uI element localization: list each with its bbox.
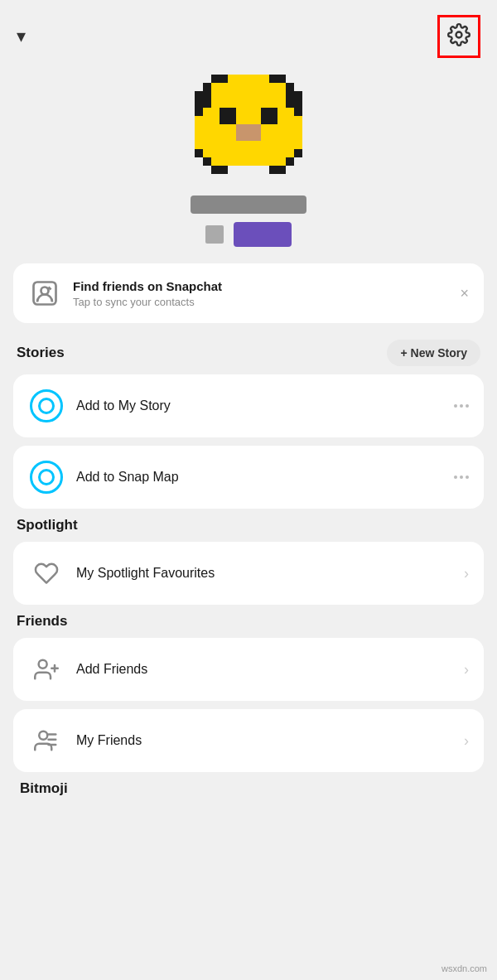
find-friends-text: Find friends on Snapchat Tap to sync you…	[73, 279, 448, 308]
svg-point-37	[39, 731, 47, 740]
svg-rect-30	[286, 91, 302, 108]
chevron-down-icon[interactable]: ▾	[17, 26, 26, 47]
svg-rect-9	[195, 141, 302, 149]
add-friends-card[interactable]: Add Friends ›	[13, 638, 484, 701]
svg-rect-20	[220, 108, 236, 124]
snap-map-more-button[interactable]	[454, 476, 469, 479]
svg-rect-6	[195, 116, 302, 124]
add-friends-chevron-icon: ›	[464, 661, 469, 678]
add-to-my-story-card[interactable]: Add to My Story	[13, 374, 484, 437]
svg-rect-10	[203, 149, 294, 157]
bitmoji-header: Bitmoji	[13, 780, 484, 800]
spotlight-section: Spotlight My Spotlight Favourites ›	[0, 517, 497, 605]
svg-rect-2	[203, 83, 294, 91]
stories-section: Stories + New Story Add to My Story Add …	[0, 340, 497, 509]
svg-rect-28	[269, 166, 286, 174]
profile-meta	[205, 222, 292, 247]
find-friends-title: Find friends on Snapchat	[73, 279, 448, 293]
svg-rect-23	[195, 149, 203, 157]
my-friends-chevron-icon: ›	[464, 732, 469, 750]
new-story-button[interactable]: + New Story	[387, 340, 480, 366]
spotlight-favourites-card[interactable]: My Spotlight Favourites ›	[13, 542, 484, 605]
my-friends-card[interactable]: My Friends ›	[13, 709, 484, 772]
svg-point-32	[41, 287, 49, 295]
svg-rect-24	[294, 149, 302, 157]
friends-title: Friends	[17, 613, 67, 630]
stories-header: Stories + New Story	[13, 340, 484, 366]
snap-map-icon	[28, 459, 65, 495]
friends-list-icon	[28, 722, 65, 759]
my-friends-label: My Friends	[76, 733, 452, 748]
svg-rect-5	[195, 108, 302, 116]
spotlight-chevron-icon: ›	[464, 565, 469, 582]
svg-rect-26	[286, 157, 294, 166]
add-friends-label: Add Friends	[76, 662, 452, 677]
my-story-label: Add to My Story	[76, 398, 442, 413]
find-friends-close-button[interactable]: ×	[460, 285, 469, 302]
heart-icon	[28, 555, 65, 591]
svg-rect-12	[211, 75, 228, 83]
svg-rect-18	[195, 108, 203, 116]
stories-title: Stories	[17, 345, 65, 361]
bitmoji-section: Bitmoji	[0, 780, 497, 800]
svg-rect-15	[286, 83, 294, 91]
svg-rect-11	[211, 157, 286, 166]
svg-rect-25	[203, 157, 211, 166]
svg-rect-13	[269, 75, 286, 83]
username-display	[191, 196, 306, 214]
my-story-icon	[28, 388, 65, 424]
my-story-more-button[interactable]	[454, 404, 469, 408]
find-friends-subtitle: Tap to sync your contacts	[73, 296, 448, 308]
svg-rect-22	[236, 124, 261, 141]
friends-header: Friends	[13, 613, 484, 630]
top-bar: ▾	[0, 0, 497, 66]
profile-section	[0, 66, 497, 263]
svg-rect-29	[195, 91, 211, 108]
add-friend-icon	[28, 651, 65, 688]
watermark: wsxdn.com	[442, 963, 487, 973]
svg-point-0	[456, 32, 462, 38]
svg-point-34	[39, 660, 47, 669]
spotlight-title: Spotlight	[17, 517, 78, 533]
svg-rect-19	[294, 108, 302, 116]
edit-profile-button[interactable]	[234, 222, 292, 247]
settings-button[interactable]	[437, 15, 480, 58]
find-friends-icon	[28, 277, 61, 310]
svg-rect-14	[203, 83, 211, 91]
avatar[interactable]	[195, 75, 302, 182]
settings-icon	[447, 23, 470, 50]
snap-score	[205, 225, 224, 244]
friends-section: Friends Add Friends › My Friends ›	[0, 613, 497, 772]
svg-rect-27	[211, 166, 228, 174]
svg-rect-21	[261, 108, 277, 124]
bitmoji-title: Bitmoji	[17, 780, 71, 797]
find-friends-card[interactable]: Find friends on Snapchat Tap to sync you…	[13, 263, 484, 323]
snap-map-label: Add to Snap Map	[76, 470, 442, 485]
spotlight-header: Spotlight	[13, 517, 484, 533]
add-to-snap-map-card[interactable]: Add to Snap Map	[13, 446, 484, 509]
spotlight-favourites-label: My Spotlight Favourites	[76, 566, 452, 581]
